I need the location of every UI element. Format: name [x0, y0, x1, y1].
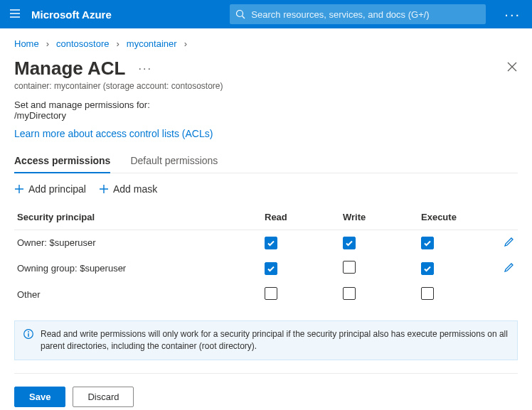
info-text: Read and write permissions will only wor…	[41, 328, 509, 352]
info-banner: Read and write permissions will only wor…	[14, 320, 518, 360]
plus-icon	[14, 184, 24, 194]
add-mask-label: Add mask	[113, 183, 157, 195]
principal-label: Other	[14, 281, 262, 308]
breadcrumb-container[interactable]: mycontainer	[127, 38, 177, 49]
separator	[14, 373, 518, 374]
permissions-path: /myDirectory	[14, 110, 518, 121]
info-icon	[23, 329, 33, 339]
hamburger-icon[interactable]	[9, 7, 21, 22]
svg-rect-4	[28, 333, 28, 337]
tab-access-permissions[interactable]: Access permissions	[14, 149, 110, 173]
chevron-right-icon: ›	[116, 38, 119, 49]
write-checkbox[interactable]	[343, 287, 356, 300]
principal-label: Owner: $superuser	[14, 230, 262, 256]
edit-icon[interactable]	[504, 264, 515, 275]
action-bar: Add principal Add mask	[14, 183, 518, 195]
add-principal-button[interactable]: Add principal	[14, 183, 86, 195]
tabs: Access permissions Default permissions	[14, 149, 518, 173]
edit-icon[interactable]	[504, 239, 515, 249]
col-edit	[496, 205, 518, 230]
read-checkbox[interactable]	[265, 237, 277, 249]
title-row: Manage ACL ···	[14, 58, 518, 80]
search-input[interactable]	[251, 9, 480, 20]
col-execute: Execute	[418, 205, 496, 230]
read-checkbox[interactable]	[265, 287, 277, 300]
principal-label: Owning group: $superuser	[14, 255, 262, 281]
add-mask-button[interactable]: Add mask	[99, 183, 157, 195]
close-icon[interactable]	[506, 61, 518, 76]
execute-checkbox[interactable]	[421, 287, 434, 300]
tab-default-permissions[interactable]: Default permissions	[130, 149, 218, 173]
svg-point-0	[237, 11, 243, 17]
permissions-for-label: Set and manage permissions for:	[14, 99, 518, 110]
breadcrumb-home[interactable]: Home	[14, 38, 39, 49]
table-row: Other	[14, 281, 518, 308]
svg-point-3	[28, 331, 29, 333]
write-checkbox[interactable]	[343, 237, 356, 249]
topbar: Microsoft Azure ···	[0, 0, 532, 28]
chevron-right-icon: ›	[184, 38, 187, 49]
footer: Save Discard	[14, 387, 518, 407]
content: Home › contosostore › mycontainer › Mana…	[0, 28, 532, 410]
chevron-right-icon: ›	[46, 38, 49, 49]
title-more-icon[interactable]: ···	[139, 63, 152, 75]
execute-checkbox[interactable]	[421, 237, 434, 249]
read-checkbox[interactable]	[265, 262, 277, 275]
acl-table: Security principal Read Write Execute Ow…	[14, 205, 518, 308]
svg-line-1	[243, 16, 245, 19]
write-checkbox[interactable]	[343, 261, 356, 274]
plus-icon	[99, 184, 109, 194]
col-read: Read	[262, 205, 340, 230]
table-row: Owner: $superuser	[14, 230, 518, 256]
more-icon[interactable]: ···	[501, 6, 523, 23]
search-box[interactable]	[230, 4, 486, 24]
col-principal: Security principal	[14, 205, 262, 230]
save-button[interactable]: Save	[14, 387, 65, 407]
add-principal-label: Add principal	[28, 183, 86, 195]
breadcrumb-storage[interactable]: contosostore	[56, 38, 109, 49]
discard-button[interactable]: Discard	[73, 387, 134, 407]
table-row: Owning group: $superuser	[14, 255, 518, 281]
col-write: Write	[340, 205, 418, 230]
search-icon	[235, 9, 245, 19]
learn-more-link[interactable]: Learn more about access control lists (A…	[14, 128, 213, 139]
breadcrumb: Home › contosostore › mycontainer ›	[14, 38, 518, 49]
execute-checkbox[interactable]	[421, 262, 434, 275]
page-title: Manage ACL	[14, 58, 126, 80]
brand-label: Microsoft Azure	[31, 9, 112, 21]
page-subtitle: container: mycontainer (storage account:…	[14, 81, 518, 91]
